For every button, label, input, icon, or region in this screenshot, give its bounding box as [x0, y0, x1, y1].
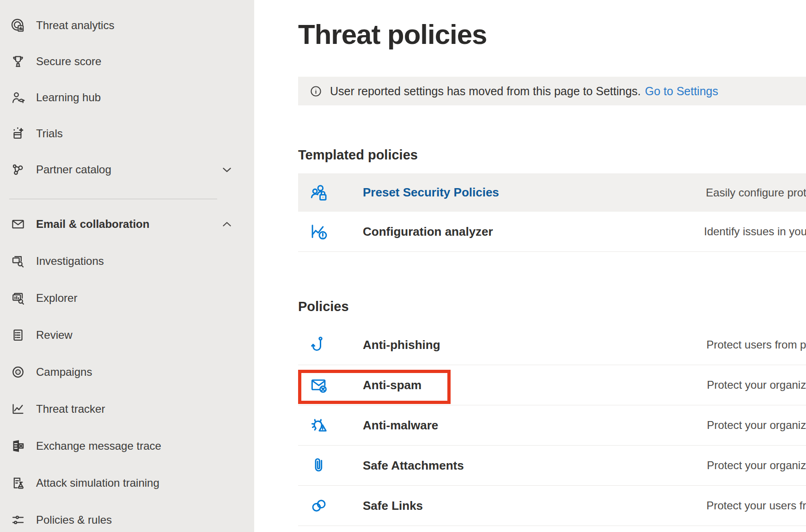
sidebar-item-label: Learning hub [36, 91, 101, 104]
safe-attachments-icon [309, 455, 329, 476]
threat-analytics-icon [10, 18, 26, 33]
partner-catalog-icon [10, 162, 26, 177]
table-row-safe-attachments[interactable]: Safe Attachments Protect your organiz [298, 446, 806, 486]
anti-spam-label[interactable]: Anti-spam [363, 378, 707, 392]
row-description: Protect users from p [706, 338, 806, 351]
sidebar-item-threat-analytics[interactable]: Threat analytics [0, 7, 254, 43]
page-title: Threat policies [298, 18, 806, 51]
row-description: Protect your organiz [707, 379, 806, 391]
sidebar-item-label: Investigations [36, 255, 104, 268]
sidebar-item-label: Trials [36, 127, 63, 140]
sidebar: Threat analytics Secure score Learning h… [0, 0, 254, 532]
chevron-down-icon[interactable] [220, 163, 233, 176]
trophy-icon [10, 54, 26, 69]
sidebar-item-trials[interactable]: Trials [0, 116, 254, 152]
explorer-icon [10, 290, 26, 306]
learning-hub-icon [10, 90, 26, 105]
sliders-icon [10, 512, 26, 528]
banner-text: User reported settings has moved from th… [330, 85, 641, 98]
row-description: Identify issues in you [704, 225, 806, 238]
envelope-icon [10, 216, 26, 232]
sidebar-item-email-collaboration[interactable]: Email & collaboration [0, 206, 254, 243]
sidebar-item-label: Threat analytics [36, 19, 114, 32]
table-row-anti-spam[interactable]: Anti-spam Protect your organiz [298, 365, 806, 405]
info-icon [309, 85, 323, 98]
table-row-anti-phishing[interactable]: Anti-phishing Protect users from p [298, 325, 806, 365]
row-description: Protect your organiz [707, 419, 806, 432]
configuration-analyzer-icon [309, 221, 329, 242]
anti-phishing-label[interactable]: Anti-phishing [363, 338, 706, 352]
sidebar-divider [9, 199, 217, 199]
sidebar-item-label: Review [36, 329, 73, 342]
preset-security-policies-icon [309, 183, 329, 203]
info-banner: User reported settings has moved from th… [298, 77, 806, 105]
main-content: Threat policies User reported settings h… [254, 0, 806, 532]
sidebar-item-investigations[interactable]: Investigations [0, 243, 254, 280]
anti-phishing-icon [309, 335, 329, 355]
sidebar-item-review[interactable]: Review [0, 317, 254, 354]
campaigns-icon [10, 364, 26, 380]
investigations-icon [10, 253, 26, 269]
safe-links-icon [309, 495, 329, 516]
policies-table: Anti-phishing Protect users from p Anti-… [298, 325, 806, 526]
anti-malware-icon [309, 415, 329, 435]
table-row-anti-malware[interactable]: Anti-malware Protect your organiz [298, 405, 806, 446]
sidebar-item-explorer[interactable]: Explorer [0, 280, 254, 317]
review-icon [10, 327, 26, 343]
section-heading-templated-policies: Templated policies [298, 147, 806, 163]
safe-attachments-label[interactable]: Safe Attachments [363, 459, 707, 473]
sidebar-item-secure-score[interactable]: Secure score [0, 43, 254, 79]
anti-malware-label[interactable]: Anti-malware [363, 418, 707, 433]
exchange-icon [10, 438, 26, 454]
sidebar-item-partner-catalog[interactable]: Partner catalog [0, 152, 254, 188]
sidebar-item-label: Attack simulation training [36, 477, 159, 489]
sidebar-item-threat-tracker[interactable]: Threat tracker [0, 391, 254, 428]
sidebar-item-policies-rules[interactable]: Policies & rules [0, 501, 254, 532]
table-row-configuration-analyzer[interactable]: Configuration analyzer Identify issues i… [298, 212, 806, 252]
sidebar-item-label: Secure score [36, 55, 101, 68]
templated-policies-table: Preset Security Policies Easily configur… [298, 173, 806, 252]
sidebar-item-exchange-message-trace[interactable]: Exchange message trace [0, 428, 254, 465]
anti-spam-icon [309, 375, 329, 395]
attack-simulation-icon [10, 475, 26, 491]
table-row-safe-links[interactable]: Safe Links Protect your users fr [298, 486, 806, 526]
sidebar-item-label: Explorer [36, 292, 77, 305]
sidebar-item-label: Threat tracker [36, 403, 105, 416]
go-to-settings-link[interactable]: Go to Settings [645, 85, 718, 98]
configuration-analyzer-label[interactable]: Configuration analyzer [363, 225, 704, 239]
row-description: Easily configure prot [706, 186, 806, 199]
sidebar-item-learning-hub[interactable]: Learning hub [0, 79, 254, 116]
section-heading-policies: Policies [298, 299, 806, 314]
sidebar-item-label: Email & collaboration [36, 218, 149, 231]
preset-security-policies-link[interactable]: Preset Security Policies [363, 185, 706, 200]
sidebar-item-label: Partner catalog [36, 163, 111, 176]
sidebar-item-label: Exchange message trace [36, 440, 161, 453]
sidebar-item-attack-simulation-training[interactable]: Attack simulation training [0, 465, 254, 501]
row-description: Protect your organiz [707, 459, 806, 472]
row-description: Protect your users fr [706, 499, 806, 512]
sidebar-item-label: Campaigns [36, 366, 92, 379]
chevron-up-icon[interactable] [220, 218, 233, 231]
threat-tracker-icon [10, 401, 26, 417]
safe-links-label[interactable]: Safe Links [363, 499, 706, 513]
sidebar-item-label: Policies & rules [36, 514, 112, 526]
trials-icon [10, 126, 26, 141]
table-row-preset-security-policies[interactable]: Preset Security Policies Easily configur… [298, 173, 806, 212]
sidebar-item-campaigns[interactable]: Campaigns [0, 354, 254, 391]
